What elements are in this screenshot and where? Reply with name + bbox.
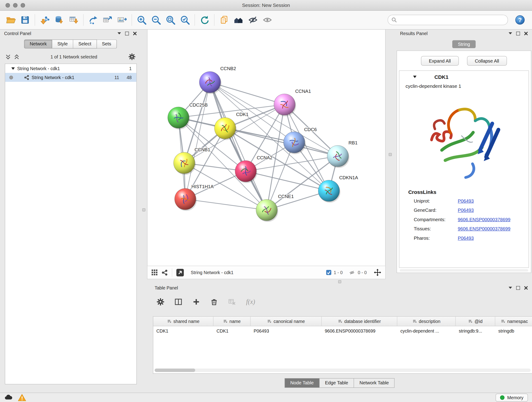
column-menu-icon[interactable] — [167, 319, 171, 323]
collapse-all-icon[interactable] — [6, 54, 11, 59]
search-box[interactable] — [388, 15, 508, 25]
zoom-out-button[interactable] — [149, 13, 163, 27]
open-external-icon[interactable] — [177, 269, 184, 276]
column-header--id[interactable]: @id — [456, 317, 495, 326]
show-columns-icon[interactable] — [175, 298, 182, 306]
table-horizontal-scrollbar[interactable] — [155, 369, 531, 372]
add-column-icon[interactable] — [192, 298, 200, 306]
network-edge[interactable] — [246, 171, 329, 191]
network-node-hist1h1a[interactable] — [175, 188, 197, 211]
delete-table-icon[interactable] — [228, 298, 236, 306]
results-menu-icon[interactable] — [509, 32, 512, 36]
open-session-button[interactable] — [3, 13, 18, 27]
column-header-database-identifier[interactable]: database identifier — [322, 317, 397, 326]
network-edge[interactable] — [185, 82, 210, 199]
network-node-cdkn1a[interactable] — [318, 180, 341, 203]
network-node-ccne1[interactable] — [256, 199, 278, 222]
apply-layout-button[interactable] — [197, 13, 212, 27]
table-float-icon[interactable] — [516, 286, 520, 290]
table-row[interactable]: CDK1CDK1P064939606.ENSP00000378699cyclin… — [153, 326, 532, 336]
function-builder-icon[interactable]: f(x) — [246, 298, 255, 306]
network-edge[interactable] — [185, 199, 267, 210]
selected-checkbox-icon[interactable] — [326, 270, 331, 275]
network-canvas[interactable]: CCNB2CCNA1CDC25BCDK1CDC6RB1CCNB1CCNA2CDK… — [147, 30, 385, 266]
tree-expand-icon[interactable] — [12, 67, 15, 71]
table-tab-edge-table[interactable]: Edge Table — [320, 378, 354, 388]
panel-float-icon[interactable] — [125, 32, 129, 35]
gear-icon[interactable] — [128, 53, 135, 60]
search-input[interactable] — [399, 17, 504, 23]
results-close-icon[interactable] — [524, 32, 528, 35]
column-header-shared-name[interactable]: shared name — [153, 317, 214, 326]
table-close-icon[interactable] — [524, 286, 528, 290]
entry-collapse-icon[interactable] — [413, 76, 417, 80]
crosslink-link[interactable]: 9606.ENSP00000378699 — [458, 226, 510, 231]
network-node-cdc6[interactable] — [284, 132, 306, 154]
window-zoom-button[interactable] — [21, 3, 25, 8]
graphics-details-button[interactable] — [246, 13, 260, 27]
tab-style[interactable]: Style — [52, 40, 73, 49]
network-node-ccna1[interactable] — [274, 94, 296, 116]
window-close-button[interactable] — [6, 3, 10, 8]
panel-close-icon[interactable] — [133, 32, 137, 35]
results-scrollbar[interactable] — [400, 269, 528, 272]
hidden-eye-slash-icon[interactable] — [348, 270, 355, 275]
column-menu-icon[interactable] — [338, 319, 342, 323]
crosslink-link[interactable]: 9606.ENSP00000378699 — [458, 217, 510, 222]
protein-entry-header[interactable]: CDK1 — [399, 71, 529, 83]
horizontal-splitter-handle[interactable] — [338, 280, 341, 283]
tab-select[interactable]: Select — [73, 40, 97, 49]
crosslink-link[interactable]: P06493 — [458, 198, 474, 204]
column-menu-icon[interactable] — [468, 319, 473, 323]
memory-button[interactable]: Memory — [496, 394, 528, 402]
zoom-fit-button[interactable] — [163, 13, 178, 27]
table-settings-gear-icon[interactable] — [157, 298, 164, 306]
collapse-all-button[interactable]: Collapse All — [467, 56, 507, 66]
table-tab-node-table[interactable]: Node Table — [284, 378, 319, 388]
column-menu-icon[interactable] — [412, 319, 417, 323]
expand-all-icon[interactable] — [14, 54, 19, 59]
network-node-cdk1[interactable] — [215, 118, 237, 140]
network-node-cdc25b[interactable] — [168, 107, 190, 129]
birdseye-grid-icon[interactable] — [152, 269, 158, 275]
import-table-button[interactable] — [66, 13, 81, 27]
warning-icon[interactable] — [18, 394, 26, 401]
table-tab-network-table[interactable]: Network Table — [354, 378, 394, 388]
tab-network[interactable]: Network — [24, 40, 52, 49]
import-network-file-button[interactable] — [38, 13, 52, 27]
crosslink-link[interactable]: P06493 — [458, 208, 474, 213]
window-minimize-button[interactable] — [13, 3, 18, 8]
save-session-button[interactable] — [18, 13, 32, 27]
panel-menu-icon[interactable] — [118, 32, 121, 36]
import-network-database-button[interactable] — [52, 13, 66, 27]
column-menu-icon[interactable] — [223, 319, 228, 323]
help-button[interactable]: ? — [513, 13, 527, 27]
level-of-detail-button[interactable] — [260, 13, 275, 27]
network-edge[interactable] — [210, 82, 267, 210]
ndex-button[interactable] — [231, 13, 246, 27]
column-menu-icon[interactable] — [501, 319, 505, 323]
share-view-icon[interactable] — [162, 269, 168, 275]
network-view-panel[interactable]: CCNB2CCNA1CDC25BCDK1CDC6RB1CCNB1CCNA2CDK… — [147, 29, 386, 279]
expand-all-button[interactable]: Expand All — [421, 56, 459, 66]
pan-crosshair-icon[interactable] — [374, 269, 381, 276]
export-table-button[interactable] — [100, 13, 115, 27]
column-header-name[interactable]: name — [214, 317, 251, 326]
export-network-button[interactable] — [86, 13, 100, 27]
tab-sets[interactable]: Sets — [97, 40, 117, 49]
network-tree-root-row[interactable]: String Network - cdk1 1 — [5, 64, 137, 73]
delete-column-icon[interactable] — [210, 298, 218, 306]
results-float-icon[interactable] — [516, 32, 520, 35]
column-header-namespac[interactable]: namespac — [495, 317, 532, 326]
export-image-button[interactable] — [115, 13, 129, 27]
network-node-rb1[interactable] — [327, 146, 349, 168]
column-header-description[interactable]: description — [397, 317, 456, 326]
zoom-in-button[interactable] — [134, 13, 149, 27]
column-header-canonical-name[interactable]: canonical name — [251, 317, 322, 326]
scrollbar-thumb[interactable] — [155, 369, 195, 372]
column-menu-icon[interactable] — [267, 319, 272, 323]
network-tree-child-row[interactable]: String Network - cdk1 11 48 — [5, 73, 137, 82]
network-node-ccna2[interactable] — [235, 161, 257, 183]
cloud-status-icon[interactable] — [4, 394, 13, 401]
vertical-splitter-handle[interactable] — [389, 153, 392, 156]
